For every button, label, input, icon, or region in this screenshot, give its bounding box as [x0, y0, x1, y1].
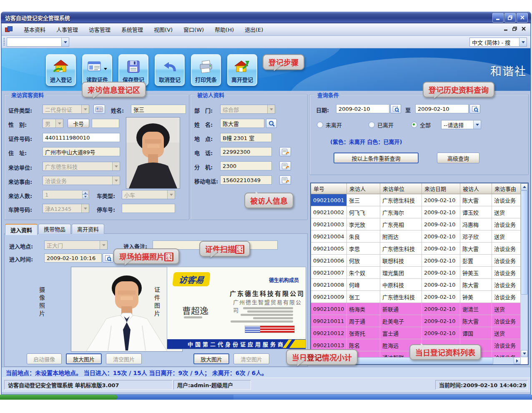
card-number-button[interactable]: 卡号	[68, 119, 89, 128]
chevron-down-icon[interactable]	[55, 119, 63, 128]
card-number-field[interactable]	[92, 119, 119, 128]
cert-no-field[interactable]: 4401111980010	[43, 133, 120, 142]
visitor-name-field[interactable]: 张三	[131, 105, 186, 114]
table-row[interactable]: 090210007朱个奴理光集团2009-02-10钟美玉洽谈业务	[311, 267, 521, 279]
cancel-registration-button[interactable]: 取消登记	[155, 54, 185, 86]
menu-system[interactable]: 系统管理	[116, 24, 148, 35]
dial-mobile-button[interactable]	[279, 175, 291, 185]
date-from-picker-button[interactable]	[390, 104, 401, 113]
mdi-minimize-button[interactable]	[504, 26, 508, 32]
scrollbar-thumb[interactable]	[521, 190, 528, 295]
dial-phone-button[interactable]	[279, 147, 291, 156]
table-row[interactable]: 090210003李光放广东亮相2009-02-10冯惠梅洽谈业务	[311, 218, 521, 230]
date-from-field[interactable]: 2009-02-10	[336, 104, 389, 113]
col-header-date[interactable]: 来访日期	[422, 183, 460, 194]
read-card-button[interactable]: 读取证件	[82, 54, 112, 86]
address-field[interactable]: 广州市中山大道89号	[43, 147, 120, 156]
plate-combo[interactable]: 津A12345	[43, 204, 89, 213]
col-header-visitor[interactable]: 来访人	[347, 183, 380, 194]
chevron-down-icon[interactable]	[267, 105, 275, 113]
scroll-up-icon[interactable]	[521, 183, 528, 190]
save-registration-button[interactable]: 保存登记	[118, 54, 148, 86]
chevron-down-icon[interactable]	[473, 120, 481, 129]
entry-place-combo[interactable]: 正大门	[44, 240, 108, 250]
location-field[interactable]: B幢 2301 室	[220, 133, 272, 142]
dept-combo[interactable]: 综合部	[220, 105, 275, 114]
mobile-field[interactable]: 15602210349	[220, 175, 272, 185]
cert-type-combo[interactable]: 二代身份证	[43, 105, 89, 114]
col-header-id[interactable]: 单号	[311, 183, 347, 194]
chevron-down-icon[interactable]	[112, 162, 120, 170]
date-to-field[interactable]: 2009-02-10	[415, 104, 469, 113]
close-button[interactable]	[517, 13, 528, 23]
reason-combo[interactable]: 洽谈业务	[43, 176, 120, 185]
print-receipt-button[interactable]: 打印凭条	[191, 54, 221, 86]
entry-time-picker-button[interactable]	[103, 253, 113, 263]
table-row-not-left[interactable]: 090210012张寄托富士通2009-02-10谭国送货	[311, 327, 521, 339]
table-row[interactable]: 090210009张工广东德生科技2009-02-10钟美洽谈业务	[311, 291, 521, 303]
enlarge-photo-button[interactable]: 放大图片	[66, 353, 102, 364]
visitor-count-stepper[interactable]: 1	[43, 190, 89, 199]
dial-ext-button[interactable]	[279, 161, 291, 170]
chevron-down-icon[interactable]	[112, 176, 120, 185]
chevron-down-icon[interactable]	[519, 38, 527, 46]
table-row[interactable]: 090210008何峰中原科技2009-02-10陈大雷洽谈业务	[311, 279, 521, 291]
advanced-query-button[interactable]: 高级查询	[437, 153, 479, 163]
radio-not-left[interactable]: 未离开	[317, 121, 342, 129]
enter-registration-button[interactable]: 进入登记	[46, 54, 76, 86]
table-row-not-left[interactable]: 090210011周于通赴美电子2009-02-10陈大雷洽谈业务	[311, 315, 521, 327]
scroll-down-icon[interactable]	[521, 350, 528, 357]
query-filter-combo[interactable]: --请选择	[441, 120, 481, 129]
parking-field[interactable]	[122, 204, 175, 213]
menu-view[interactable]: 视图(V)	[148, 24, 178, 35]
car-type-combo[interactable]: 小车	[122, 190, 175, 199]
mdi-close-button[interactable]	[522, 26, 526, 32]
start-camera-button[interactable]: 启动摄像	[27, 353, 62, 364]
ext-field[interactable]: 2300	[220, 161, 272, 170]
visited-name-field[interactable]: 陈大雷	[220, 119, 264, 128]
entry-time-field[interactable]: 2009-02-10 10:16	[44, 253, 102, 263]
col-header-company[interactable]: 来访单位	[380, 183, 422, 194]
menu-window[interactable]: 窗口(W)	[178, 24, 209, 35]
table-row[interactable]: 090210006何放联想科技2009-02-10彭置洽谈业务	[311, 255, 521, 267]
requery-button[interactable]: 按以上条件重新查询	[334, 153, 419, 163]
menu-visitor[interactable]: 访客管理	[83, 24, 116, 35]
tab-leave-info[interactable]: 离开资料	[72, 224, 104, 234]
table-row[interactable]: 090210005李思广东德生科技2009-02-10陈大雷洽谈业务	[311, 243, 521, 255]
col-header-visited[interactable]: 被访人	[460, 183, 492, 194]
phone-field[interactable]: 22992300	[220, 147, 272, 156]
company-combo[interactable]: 广东德生科技	[43, 162, 120, 171]
stepper-arrows-icon[interactable]	[82, 191, 88, 198]
table-row-not-left[interactable]: 090210010杨海类新联通2009-02-10谢清兰送货	[311, 303, 521, 315]
tab-entry-info[interactable]: 进入资料	[5, 224, 38, 235]
tab-carried-items[interactable]: 携带物品	[38, 224, 71, 234]
clear-photo-button[interactable]: 清空图片	[106, 353, 142, 364]
table-row[interactable]: 090210002何飞飞广东海尔2009-02-10谭玉姣送货	[311, 206, 521, 218]
menu-basic-data[interactable]: 基本资料	[18, 24, 51, 35]
clear-card-button[interactable]: 清空图片	[233, 353, 269, 364]
chevron-down-icon[interactable]	[100, 241, 107, 249]
minimize-button[interactable]	[492, 13, 504, 23]
menu-exit[interactable]: 退出(E)	[239, 24, 269, 35]
enlarge-card-button[interactable]: 放大图片	[193, 353, 229, 364]
table-row[interactable]: 090210004朱良附而达2009-02-10邓子欣送货	[311, 230, 521, 243]
mdi-restore-button[interactable]	[512, 26, 517, 32]
scroll-right-icon[interactable]	[514, 357, 521, 364]
dropdown-arrow-icon[interactable]	[104, 68, 107, 72]
chevron-down-icon[interactable]	[81, 204, 89, 213]
menu-help[interactable]: 帮助(H)	[209, 24, 239, 35]
language-combo[interactable]: 中文 (简体) - 搜	[469, 38, 527, 47]
menu-hr[interactable]: 人事管理	[51, 24, 83, 35]
date-to-picker-button[interactable]	[469, 104, 480, 113]
vertical-scrollbar[interactable]	[521, 183, 528, 357]
chevron-down-icon[interactable]	[81, 105, 89, 113]
card-reader-button[interactable]	[93, 105, 105, 114]
chevron-down-icon[interactable]	[61, 38, 69, 46]
radio-left[interactable]: 已离开	[369, 121, 394, 129]
restore-button[interactable]	[504, 13, 516, 23]
table-row[interactable]: 090210001张三广东德生科技2009-02-10陈大雷洽谈业务	[311, 194, 521, 206]
gender-combo[interactable]: 男	[43, 119, 63, 128]
chevron-down-icon[interactable]	[167, 190, 175, 199]
radio-all[interactable]: 全部	[411, 121, 431, 129]
leave-registration-button[interactable]: 离开登记	[227, 54, 257, 86]
